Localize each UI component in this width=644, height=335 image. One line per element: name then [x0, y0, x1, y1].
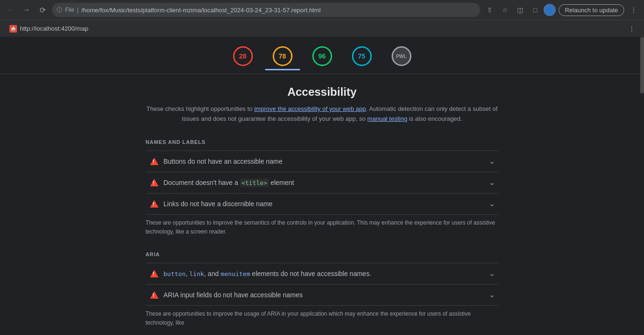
chevron-icon-aria-input: ⌄: [489, 290, 495, 299]
extensions-button[interactable]: ◫: [513, 3, 527, 17]
audit-document-title[interactable]: Document doesn't have a <title> element …: [146, 172, 499, 193]
audit-text-aria-names: button, link, and menuitem elements do n…: [164, 270, 485, 277]
section-description: These checks highlight opportunities to …: [146, 104, 499, 124]
warning-icon-title: [150, 178, 159, 187]
forward-button[interactable]: →: [20, 3, 33, 17]
url-scheme: File: [65, 7, 74, 13]
url-separator: |: [77, 7, 78, 13]
address-bar[interactable]: ⓘ File | /home/fox/Music/tests/platform-…: [52, 3, 480, 17]
info-icon: ⓘ: [57, 6, 62, 14]
menu-button[interactable]: ⋮: [627, 3, 640, 17]
warning-icon-aria-input: [150, 290, 159, 300]
score-tab-seo[interactable]: 75: [344, 44, 379, 70]
audit-text-aria-input: ARIA input fields do not have accessible…: [164, 291, 485, 299]
bookmark-bar: 🏠 http://localhost:4200/map ⋮: [0, 20, 644, 37]
page-title: Accessibility: [146, 85, 499, 99]
improve-accessibility-link[interactable]: improve the accessibility of your web ap…: [254, 105, 366, 112]
reload-button[interactable]: ⟳: [36, 3, 49, 17]
score-circle-best-practices: 96: [312, 46, 332, 66]
title-code: <title>: [240, 179, 269, 187]
audit-links-name[interactable]: Links do not have a discernible name ⌄: [146, 193, 499, 215]
score-tab-accessibility[interactable]: 78: [265, 44, 300, 70]
bookmark-item[interactable]: 🏠 http://localhost:4200/map: [6, 23, 92, 34]
bookmark-more-button[interactable]: ⋮: [625, 22, 638, 35]
window-button[interactable]: □: [528, 3, 542, 17]
star-button[interactable]: ☆: [498, 3, 511, 17]
bookmark-label: http://localhost:4200/map: [20, 25, 88, 32]
category-label-aria: ARIA: [146, 251, 499, 259]
category-names-labels: NAMES AND LABELS Buttons do not have an …: [146, 139, 499, 236]
score-circle-pwa: PWL: [392, 46, 411, 66]
scrollbar[interactable]: [640, 37, 644, 93]
url-path: /home/fox/Music/tests/platform-client-mz…: [81, 7, 476, 14]
chevron-icon-links: ⌄: [489, 199, 495, 208]
audit-buttons-name[interactable]: Buttons do not have an accessible name ⌄: [146, 151, 499, 172]
category-aria: ARIA button, link, and menuitem elements…: [146, 251, 499, 327]
score-tab-performance[interactable]: 28: [226, 44, 260, 70]
audit-text-links: Links do not have a discernible name: [164, 200, 485, 208]
main-area: Accessibility These checks highlight opp…: [138, 74, 506, 335]
warning-icon-buttons: [150, 157, 159, 166]
code-link: link: [189, 270, 204, 277]
warning-icon-aria-names: [150, 269, 159, 278]
share-button[interactable]: ⇧: [483, 3, 496, 17]
names-footer-note: These are opportunities to improve the s…: [146, 218, 499, 236]
bookmark-favicon: 🏠: [9, 25, 17, 33]
score-tab-best-practices[interactable]: 96: [305, 44, 340, 70]
profile-button[interactable]: 👤: [544, 4, 556, 16]
warning-icon-links: [150, 199, 159, 209]
score-circle-performance: 28: [233, 46, 253, 66]
chevron-icon-title: ⌄: [489, 178, 495, 187]
score-tab-pwa[interactable]: PWL: [384, 44, 419, 70]
audit-aria-input[interactable]: ARIA input fields do not have accessible…: [146, 284, 499, 306]
desc-text-1: These checks highlight opportunities to: [146, 105, 254, 112]
relaunch-button[interactable]: Relaunch to update: [559, 4, 624, 16]
chevron-icon-buttons: ⌄: [489, 157, 495, 166]
score-tabs: 28 78 96 75 PWL: [0, 37, 644, 74]
score-circle-seo: 75: [352, 46, 372, 66]
audit-text-buttons: Buttons do not have an accessible name: [164, 158, 485, 165]
code-menuitem: menuitem: [221, 270, 251, 277]
manual-testing-link[interactable]: manual testing: [368, 115, 408, 122]
toolbar-icons: ⇧ ☆ ◫ □ 👤: [483, 3, 556, 17]
code-button: button: [164, 270, 186, 277]
score-circle-accessibility: 78: [273, 46, 293, 66]
chevron-icon-aria-names: ⌄: [489, 269, 495, 278]
audit-aria-names[interactable]: button, link, and menuitem elements do n…: [146, 263, 499, 284]
page-content: 28 78 96 75 PWL Accessibility These chec…: [0, 37, 644, 335]
category-label-names: NAMES AND LABELS: [146, 139, 499, 147]
browser-chrome-bar: ← → ⟳ ⓘ File | /home/fox/Music/tests/pla…: [0, 0, 644, 20]
desc-text-3: is also encouraged.: [407, 115, 462, 122]
aria-footer-note: These are opportunities to improve the u…: [146, 310, 499, 327]
audit-text-title: Document doesn't have a <title> element: [164, 179, 485, 186]
back-button[interactable]: ←: [4, 3, 17, 17]
